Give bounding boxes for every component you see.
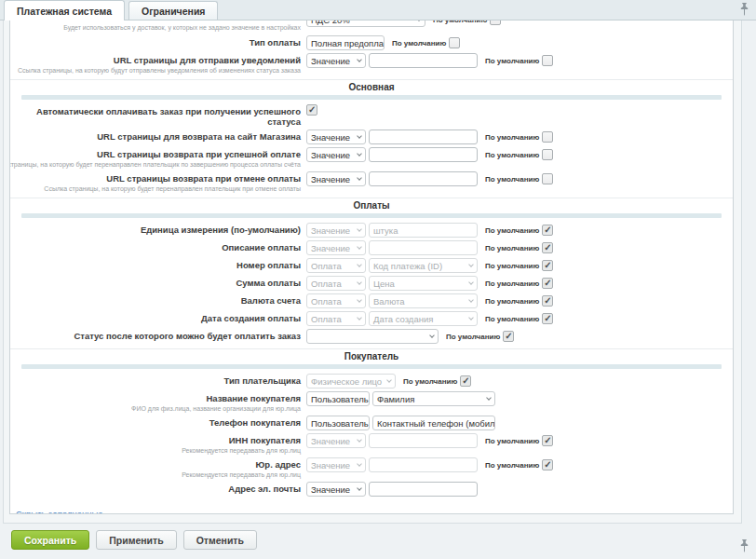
value-source-select[interactable]: Значение <box>306 171 366 186</box>
chevron-down-icon <box>357 262 362 267</box>
row-buyer-name: Название покупателя ФИО для физ.лица, на… <box>10 391 733 413</box>
default-checkbox[interactable] <box>542 131 553 143</box>
value-source-select[interactable]: Значение <box>306 53 366 68</box>
cancel-url-input[interactable] <box>369 171 478 186</box>
select-value: Контактный телефон (мобильный) <box>377 418 495 429</box>
select-value: Валюта <box>373 296 405 307</box>
default-checkbox[interactable] <box>460 375 471 387</box>
row-payment-created-date: Дата создания оплаты Оплата Дата создани… <box>10 311 733 326</box>
auto-pay-checkbox[interactable] <box>306 104 317 116</box>
default-checkbox[interactable] <box>542 225 553 236</box>
source-select[interactable]: Оплата <box>306 276 366 291</box>
chevron-down-icon <box>468 262 474 267</box>
unit-input[interactable] <box>369 223 478 238</box>
field-label: Юр. адрес <box>10 459 301 470</box>
select-value: Фамилия <box>377 394 414 404</box>
source-select[interactable]: Оплата <box>306 311 366 326</box>
default-checkbox[interactable] <box>542 459 553 470</box>
row-payment-type: Тип оплаты Полная предоплата По умолчани… <box>10 35 733 50</box>
apply-button[interactable]: Применить <box>96 530 176 550</box>
select-value: Оплата <box>311 279 342 289</box>
select-value: Значение <box>311 436 350 446</box>
default-option: По умолчанию <box>485 260 553 271</box>
value-source-select[interactable]: Значение <box>306 223 366 238</box>
field-select[interactable]: Цена <box>369 276 478 291</box>
default-checkbox[interactable] <box>542 313 553 324</box>
source-select[interactable]: Пользователь <box>306 416 370 430</box>
default-option: По умолчанию <box>485 131 553 143</box>
chevron-down-icon <box>468 280 474 285</box>
value-source-select[interactable]: Значение <box>306 240 366 255</box>
pin-icon[interactable] <box>739 539 749 552</box>
value-source-select[interactable]: Значение <box>306 457 366 472</box>
default-checkbox[interactable] <box>542 149 553 160</box>
default-checkbox[interactable] <box>542 260 553 271</box>
select-value: Код платежа (ID) <box>373 261 442 271</box>
source-select[interactable]: Оплата <box>306 258 366 273</box>
tab-payment-system[interactable]: Платежная система <box>4 0 125 20</box>
pin-icon[interactable] <box>739 3 749 16</box>
field-select[interactable]: Дата создания <box>369 311 478 326</box>
default-checkbox[interactable] <box>542 435 553 446</box>
field-select[interactable]: Контактный телефон (мобильный) <box>372 416 495 430</box>
select-value: Значение <box>311 484 350 495</box>
settings-form-panel: Будет использоваться у доставок, у котор… <box>9 20 734 514</box>
field-hint: Рекомендуется передавать для юр.лиц <box>9 446 301 455</box>
source-select[interactable]: Оплата <box>306 293 366 308</box>
select-value: Физическое лицо <box>311 376 382 387</box>
field-hint: Ссылка страницы, на которую будет перена… <box>9 160 301 169</box>
tab-restrictions[interactable]: Ограничения <box>128 1 218 20</box>
value-source-select[interactable]: Значение <box>306 433 366 448</box>
select-value: Цена <box>373 279 395 289</box>
chevron-down-icon <box>357 461 362 467</box>
return-url-input[interactable] <box>369 130 478 144</box>
field-label: Сумма оплаты <box>10 278 301 288</box>
field-label: Единица измерения (по-умолчанию) <box>10 225 301 235</box>
default-checkbox[interactable] <box>503 331 514 342</box>
email-input[interactable] <box>369 482 478 497</box>
chevron-down-icon <box>357 315 362 320</box>
description-input[interactable] <box>369 240 478 255</box>
hide-filled-link[interactable]: Скрыть заполненные <box>16 509 103 514</box>
save-button[interactable]: Сохранить <box>11 530 89 550</box>
default-checkbox[interactable] <box>542 55 553 66</box>
default-checkbox[interactable] <box>542 295 553 307</box>
row-legal-address: Юр. адрес Рекомендуется передавать для ю… <box>10 457 733 479</box>
default-checkbox[interactable] <box>449 37 460 48</box>
cancel-button[interactable]: Отменить <box>183 530 257 550</box>
select-value: Значение <box>311 150 350 160</box>
legal-address-input[interactable] <box>369 457 478 472</box>
field-select[interactable]: Код платежа (ID) <box>369 258 478 273</box>
default-option: По умолчанию <box>485 173 553 184</box>
notify-url-input[interactable] <box>369 53 478 68</box>
status-select[interactable] <box>306 329 439 344</box>
section-divider-bar <box>21 213 722 218</box>
value-source-select[interactable]: Значение <box>306 147 366 162</box>
default-option: По умолчанию <box>392 37 460 48</box>
payer-type-select[interactable]: Физическое лицо <box>306 374 396 389</box>
section-header-main: Основная <box>10 79 733 100</box>
settings-container: Будет использоваться у доставок, у котор… <box>3 20 742 524</box>
row-buyer-phone: Телефон покупателя Пользователь Контактн… <box>10 416 733 430</box>
chevron-down-icon <box>486 395 492 401</box>
row-success-url: URL страницы возврата при успешной оплат… <box>10 147 733 169</box>
success-url-input[interactable] <box>369 147 478 162</box>
vat-select[interactable]: НДС 20% <box>306 20 425 27</box>
chevron-down-icon <box>357 175 362 181</box>
value-source-select[interactable]: Значение <box>306 482 366 497</box>
payment-type-select[interactable]: Полная предоплата <box>306 35 385 50</box>
default-checkbox[interactable] <box>542 242 553 253</box>
default-checkbox[interactable] <box>490 20 501 25</box>
chevron-down-icon <box>357 151 362 157</box>
source-select[interactable]: Пользователь <box>306 391 370 406</box>
chevron-down-icon <box>357 297 362 303</box>
field-select[interactable]: Фамилия <box>372 391 495 406</box>
select-value: Значение <box>311 225 350 236</box>
value-source-select[interactable]: Значение <box>306 130 366 144</box>
default-checkbox[interactable] <box>542 173 553 184</box>
default-checkbox[interactable] <box>542 278 553 289</box>
chevron-down-icon <box>357 280 362 285</box>
field-select[interactable]: Валюта <box>369 293 478 308</box>
inn-input[interactable] <box>369 433 478 448</box>
field-label: Номер оплаты <box>10 260 301 270</box>
